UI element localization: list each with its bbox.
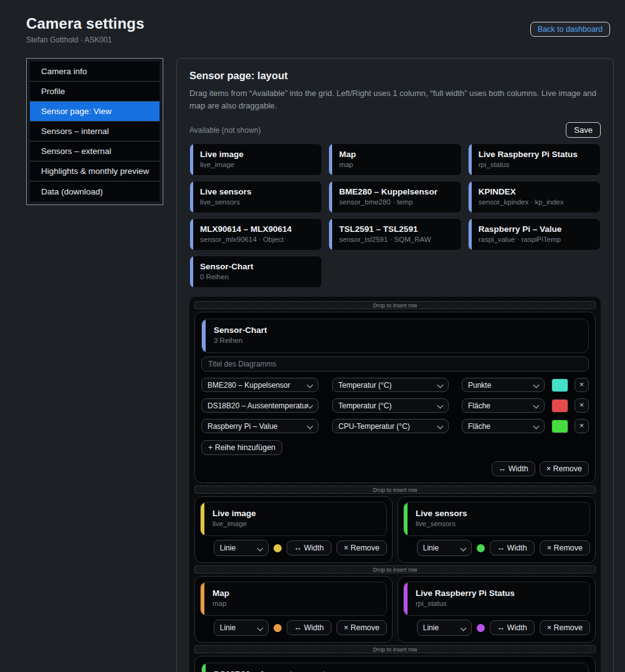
color-dot[interactable] bbox=[477, 544, 485, 552]
sidebar-item-sensors-internal[interactable]: Sensors – internal bbox=[30, 122, 160, 142]
width-button[interactable]: ↔ Width bbox=[492, 461, 535, 476]
item-subtitle: sensor_bme280 · temp bbox=[339, 198, 453, 206]
drop-zone[interactable]: Drop to insert row bbox=[194, 645, 596, 653]
style-select[interactable]: Linie bbox=[214, 540, 269, 556]
color-dot[interactable] bbox=[274, 624, 282, 632]
item-title: Live Raspberry Pi Status bbox=[479, 150, 593, 159]
chevron-down-icon bbox=[257, 625, 263, 631]
item-subtitle: live_sensors bbox=[200, 198, 314, 206]
item-subtitle: 0 Reihen bbox=[200, 273, 314, 281]
style-select[interactable]: Linie bbox=[417, 540, 472, 556]
series-metric-select[interactable]: Temperatur (°C) bbox=[332, 398, 449, 413]
sidebar-item-sensor-page-view[interactable]: Sensor page: View bbox=[30, 102, 160, 122]
select-value: Fläche bbox=[468, 422, 490, 431]
section-title: Sensor page: layout bbox=[189, 70, 601, 82]
card-accent-bar bbox=[202, 663, 206, 672]
page-subtitle: Stefan Gotthold · ASK001 bbox=[26, 36, 614, 44]
section-description: Drag items from “Available” into the gri… bbox=[189, 87, 598, 112]
available-item-tsl2591[interactable]: TSL2591 – TSL2591 sensor_tsl2591 · SQM_R… bbox=[328, 218, 461, 251]
sensor-chart-card[interactable]: Sensor-Chart 3 Reihen bbox=[201, 319, 589, 353]
available-item-live-sensors[interactable]: Live sensors live_sensors bbox=[189, 181, 322, 213]
available-item-kpindex[interactable]: KPINDEX sensor_kpindex · kp_index bbox=[468, 181, 601, 213]
add-series-button[interactable]: + Reihe hinzufügen bbox=[201, 440, 282, 455]
card-title: Live Raspberry Pi Status bbox=[416, 588, 581, 598]
width-button[interactable]: ↔ Width bbox=[287, 540, 332, 555]
sensor-page-layout-panel: Sensor page: layout Drag items from “Ava… bbox=[176, 58, 614, 672]
available-item-map[interactable]: Map map bbox=[328, 143, 461, 176]
remove-button[interactable]: × Remove bbox=[540, 540, 590, 555]
sidebar-item-sensors-external[interactable]: Sensors – external bbox=[30, 142, 160, 161]
chart-series-row: DS18B20 – Aussentemperatur Temperatur (°… bbox=[201, 398, 589, 413]
camera-settings-page: Camera settings Stefan Gotthold · ASK001… bbox=[0, 0, 625, 672]
drop-zone[interactable]: Drop to insert row bbox=[194, 565, 596, 574]
remove-series-button[interactable]: × bbox=[575, 398, 589, 413]
chevron-down-icon bbox=[307, 423, 313, 430]
remove-button[interactable]: × Remove bbox=[540, 620, 590, 635]
sidebar-item-highlights[interactable]: Highlights & monthly preview bbox=[30, 161, 160, 181]
card-subtitle: 3 Reihen bbox=[214, 337, 580, 344]
remove-series-button[interactable]: × bbox=[575, 378, 589, 392]
width-button[interactable]: ↔ Width bbox=[287, 620, 332, 635]
available-item-sensor-chart[interactable]: Sensor-Chart 0 Reihen bbox=[189, 256, 322, 288]
item-accent-bar bbox=[469, 144, 472, 175]
width-button[interactable]: ↔ Width bbox=[490, 540, 535, 555]
sidebar-item-profile[interactable]: Profile bbox=[30, 82, 160, 102]
series-sensor-select[interactable]: Raspberry Pi – Value bbox=[201, 419, 318, 433]
card-accent-bar bbox=[202, 319, 206, 352]
drop-zone[interactable]: Drop to insert row bbox=[194, 486, 596, 494]
remove-button[interactable]: × Remove bbox=[336, 620, 387, 635]
series-sensor-select[interactable]: DS18B20 – Aussentemperatur bbox=[201, 398, 318, 413]
remove-row-button[interactable]: × Remove bbox=[540, 461, 589, 476]
save-button[interactable]: Save bbox=[566, 122, 601, 138]
style-select[interactable]: Linie bbox=[214, 620, 269, 636]
remove-button[interactable]: × Remove bbox=[336, 540, 387, 555]
card-title: Sensor-Chart bbox=[214, 325, 580, 335]
series-color-swatch[interactable] bbox=[551, 378, 568, 392]
series-sensor-select[interactable]: BME280 – Kuppelsensor bbox=[201, 378, 318, 392]
available-item-raspi-value[interactable]: Raspberry Pi – Value raspi_value · raspi… bbox=[468, 218, 601, 251]
available-item-live-image[interactable]: Live image live_image bbox=[189, 143, 322, 176]
item-accent-bar bbox=[190, 144, 193, 175]
grid-cell-map: Map map Linie ↔ Width × Remove bbox=[194, 576, 393, 643]
series-style-select[interactable]: Fläche bbox=[462, 419, 545, 433]
layout-grid: Drop to insert row Sensor-Chart 3 Reihen… bbox=[189, 297, 601, 672]
series-metric-select[interactable]: CPU-Temperatur (°C) bbox=[332, 419, 449, 433]
grid-row: Live image live_image Linie ↔ Width × Re… bbox=[194, 496, 596, 563]
back-to-dashboard-button[interactable]: Back to dashboard bbox=[530, 22, 610, 37]
item-title: Sensor-Chart bbox=[200, 262, 314, 271]
series-style-select[interactable]: Fläche bbox=[462, 398, 545, 413]
item-accent-bar bbox=[469, 219, 472, 250]
color-dot[interactable] bbox=[274, 544, 282, 552]
item-subtitle: sensor_mlx90614 · Object bbox=[200, 236, 314, 243]
sidebar-item-camera-info[interactable]: Camera info bbox=[30, 62, 160, 82]
series-style-select[interactable]: Punkte bbox=[462, 378, 545, 392]
item-accent-bar bbox=[329, 144, 332, 175]
width-button[interactable]: ↔ Width bbox=[490, 620, 535, 635]
map-card[interactable]: Map map bbox=[200, 582, 387, 616]
live-sensors-card[interactable]: Live sensors live_sensors bbox=[403, 502, 590, 536]
sidebar-item-data-download[interactable]: Data (download) bbox=[30, 181, 160, 201]
item-accent-bar bbox=[190, 256, 193, 287]
select-value: DS18B20 – Aussentemperatur bbox=[208, 401, 308, 410]
live-image-card[interactable]: Live image live_image bbox=[200, 502, 387, 536]
select-value: Linie bbox=[423, 544, 439, 552]
style-select[interactable]: Linie bbox=[417, 620, 472, 636]
available-item-bme280[interactable]: BME280 – Kuppelsensor sensor_bme280 · te… bbox=[328, 181, 461, 213]
color-dot[interactable] bbox=[477, 624, 485, 632]
series-color-swatch[interactable] bbox=[551, 399, 568, 413]
chevron-down-icon bbox=[460, 545, 466, 552]
series-color-swatch[interactable] bbox=[551, 420, 568, 433]
rpi-status-card[interactable]: Live Raspberry Pi Status rpi_status bbox=[403, 582, 590, 616]
series-metric-select[interactable]: Temperatur (°C) bbox=[332, 378, 449, 392]
item-accent-bar bbox=[329, 181, 332, 213]
ds18b20-card[interactable]: DS18B20 – Aussentemperatur bbox=[201, 663, 589, 672]
select-value: CPU-Temperatur (°C) bbox=[338, 422, 410, 431]
chart-title-input[interactable] bbox=[201, 357, 589, 372]
select-value: Punkte bbox=[468, 381, 491, 390]
item-title: TSL2591 – TSL2591 bbox=[339, 224, 453, 234]
available-item-mlx90614[interactable]: MLX90614 – MLX90614 sensor_mlx90614 · Ob… bbox=[189, 218, 322, 251]
drop-zone[interactable]: Drop to insert row bbox=[194, 301, 596, 309]
available-item-rpi-status[interactable]: Live Raspberry Pi Status rpi_status bbox=[468, 143, 601, 176]
remove-series-button[interactable]: × bbox=[575, 419, 589, 433]
chevron-down-icon bbox=[437, 423, 444, 430]
